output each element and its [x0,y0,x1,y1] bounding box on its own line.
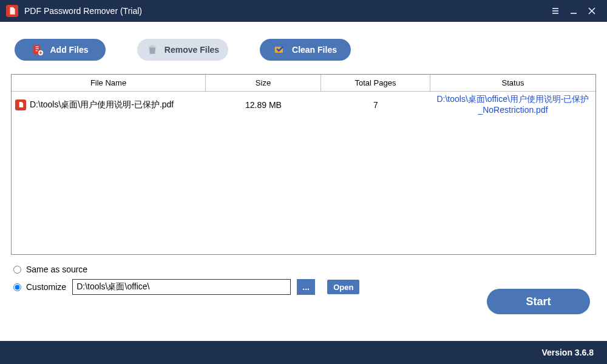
app-icon [6,5,18,17]
cell-status-link[interactable]: D:\tools\桌面\office\用户使用说明-已保护_NoRestrict… [434,94,592,115]
output-path-input[interactable] [72,279,291,295]
col-status[interactable]: Status [430,75,595,92]
pdf-add-icon [32,44,44,56]
col-total-pages[interactable]: Total Pages [321,75,430,92]
cell-file-name: D:\tools\桌面\用户使用说明-已保护.pdf [30,99,174,110]
pdf-file-icon [15,99,26,110]
close-button[interactable] [583,0,601,22]
same-as-source-radio[interactable] [13,266,21,274]
clean-files-button[interactable]: Clean Files [260,39,351,61]
customize-option[interactable]: Customize [13,282,66,292]
trash-icon [146,44,158,56]
cell-size: 12.89 MB [206,92,321,118]
same-as-source-label: Same as source [26,265,87,274]
table-row[interactable]: D:\tools\桌面\用户使用说明-已保护.pdf 12.89 MB 7 D:… [12,92,595,118]
menu-button[interactable] [546,0,565,22]
table-header: File Name Size Total Pages Status [12,75,595,92]
add-files-label: Add Files [50,45,88,55]
broom-icon [274,44,286,56]
version-label: Version 3.6.8 [541,348,594,357]
clean-files-label: Clean Files [292,45,337,55]
titlebar: PDF Password Remover (Trial) [0,0,607,22]
customize-label: Customize [26,282,66,292]
remove-files-button[interactable]: Remove Files [137,39,228,61]
customize-radio[interactable] [13,283,21,291]
minimize-button[interactable] [565,0,583,22]
browse-button[interactable]: ... [297,279,315,295]
statusbar: Version 3.6.8 [0,341,607,364]
file-table: File Name Size Total Pages Status D:\too… [11,74,596,255]
col-file-name[interactable]: File Name [12,75,206,92]
add-files-button[interactable]: Add Files [15,39,106,61]
remove-files-label: Remove Files [164,45,219,55]
cell-pages: 7 [321,92,430,118]
col-size[interactable]: Size [206,75,321,92]
svg-rect-8 [149,46,156,47]
window-title: PDF Password Remover (Trial) [24,6,142,16]
open-button[interactable]: Open [327,280,359,294]
toolbar: Add Files Remove Files Clean Files [0,22,607,74]
svg-rect-9 [151,46,154,47]
same-as-source-option[interactable]: Same as source [13,265,594,274]
start-button[interactable]: Start [487,289,590,314]
